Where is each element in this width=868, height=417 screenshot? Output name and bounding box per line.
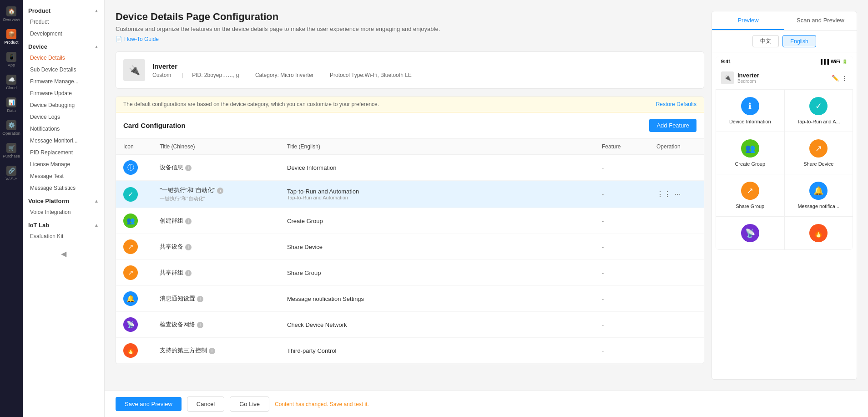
feature-cell[interactable]: ✓ Tap-to-Run and A...	[785, 90, 853, 132]
lang-btn-zh[interactable]: 中文	[752, 35, 779, 47]
sidebar-item-evaluation-kit[interactable]: Evaluation Kit	[23, 230, 104, 242]
nav-label-product: Product	[4, 40, 18, 45]
nav-item-operation[interactable]: ⚙️ Operation	[0, 117, 23, 138]
feature-cell[interactable]: ↗ Share Device	[785, 132, 853, 174]
nav-label-operation: Operation	[2, 131, 20, 136]
sidebar-item-voice-integration[interactable]: Voice Integration	[23, 206, 104, 218]
cell-english-title: Tap-to-Run and Automation Tap-to-Run and…	[280, 181, 595, 208]
sidebar-section-product[interactable]: Product ▲	[23, 4, 104, 16]
cell-operation	[649, 286, 704, 312]
feature-cell[interactable]: 🔔 Message notifica...	[785, 174, 853, 216]
sidebar-item-pid-replacement[interactable]: PID Replacement	[23, 147, 104, 158]
device-card: 🔌 Inverter Custom | PID: 2boyep……, g Cat…	[116, 51, 704, 89]
nav-item-overview[interactable]: 🏠 Overview	[0, 4, 23, 25]
sidebar-section-voice[interactable]: Voice Platform ▲	[23, 194, 104, 206]
cloud-icon: ☁️	[6, 75, 16, 85]
sidebar-item-device-details[interactable]: Device Details	[23, 52, 104, 64]
page-header: Device Details Page Configuration Custom…	[116, 11, 704, 42]
sidebar-item-license-manage[interactable]: License Manage	[23, 158, 104, 170]
lang-btn-en[interactable]: English	[782, 35, 816, 47]
table-row: 🔥 支持的第三方控制i Third-party Control -	[116, 338, 704, 364]
table-header-row: Icon Title (Chinese) Title (English) Fea…	[116, 139, 704, 155]
cell-english-title: Message notification Settings	[280, 286, 595, 312]
save-notice: Content has changed. Save and test it.	[275, 401, 369, 407]
config-section: The default configurations are based on …	[116, 96, 704, 364]
how-to-guide-link[interactable]: 📄 How-To Guide	[116, 36, 704, 42]
cell-feature: -	[595, 260, 649, 286]
restore-defaults-link[interactable]: Restore Defaults	[656, 101, 696, 107]
device-pid: PID: 2boyep……, g	[192, 72, 239, 78]
go-live-button[interactable]: Go Live	[230, 397, 269, 412]
feature-cell[interactable]: ↗ Share Group	[716, 174, 784, 216]
sidebar-section-iot[interactable]: IoT Lab ▲	[23, 218, 104, 230]
cell-english-title: Create Group	[280, 208, 595, 234]
cell-feature: -	[595, 155, 649, 181]
sidebar-item-product[interactable]: Product	[23, 16, 104, 28]
feature-table: Icon Title (Chinese) Title (English) Fea…	[116, 139, 704, 364]
sidebar-item-development[interactable]: Development	[23, 28, 104, 40]
cell-icon: 🔔	[116, 286, 152, 312]
nav-item-data[interactable]: 📊 Data	[0, 95, 23, 116]
table-row: ↗ 共享群组i Share Group -	[116, 260, 704, 286]
save-and-preview-button[interactable]: Save and Preview	[116, 397, 182, 411]
tab-scan-preview[interactable]: Scan and Preview	[784, 11, 857, 30]
feature-cell[interactable]: 👥 Create Group	[716, 132, 784, 174]
notice-text: The default configurations are based on …	[123, 101, 379, 107]
cell-chinese-title: 设备信息i	[152, 155, 280, 181]
nav-label-data: Data	[7, 108, 15, 113]
product-icon: 📦	[6, 29, 16, 39]
device-info: Inverter Custom | PID: 2boyep……, g Categ…	[152, 62, 419, 78]
config-header: Card Configuration Add Feature	[116, 112, 704, 139]
nav-item-cloud[interactable]: ☁️ Cloud	[0, 72, 23, 93]
bottom-bar: Save and Preview Cancel Go Live Content …	[105, 391, 868, 417]
col-title-chinese: Title (Chinese)	[152, 139, 280, 155]
col-title-english: Title (English)	[280, 139, 595, 155]
cell-operation	[649, 338, 704, 364]
cell-chinese-title: 共享设备i	[152, 234, 280, 260]
device-meta: Custom | PID: 2boyep……, g Category: Micr…	[152, 72, 419, 78]
more-icon[interactable]: ⋮	[842, 75, 848, 81]
device-protocol: Protocol Type:Wi-Fi, Bluetooth LE	[330, 72, 412, 78]
sidebar-collapse-icon[interactable]: ◀	[61, 249, 66, 258]
sidebar-section-device[interactable]: Device ▲	[23, 40, 104, 52]
sidebar-item-firmware-manage[interactable]: Firmware Manage...	[23, 76, 104, 87]
operation-icon: ⚙️	[6, 120, 16, 130]
sidebar-item-message-test[interactable]: Message Test	[23, 170, 104, 182]
sidebar-item-message-statistics[interactable]: Message Statistics	[23, 182, 104, 194]
sidebar-item-message-monitoring[interactable]: Message Monitori...	[23, 135, 104, 147]
more-options-icon[interactable]: ···	[675, 190, 681, 198]
cell-english-title: Share Group	[280, 260, 595, 286]
edit-icon[interactable]: ✏️	[832, 75, 839, 81]
wifi-icon: WiFi	[831, 59, 840, 64]
sidebar-item-notifications[interactable]: Notifications	[23, 123, 104, 135]
cell-feature: -	[595, 208, 649, 234]
cell-icon: 🔥	[116, 338, 152, 364]
cell-english-title: Check Device Network	[280, 312, 595, 338]
feature-cell[interactable]: 🔥	[785, 217, 853, 249]
chevron-up-icon-iot: ▲	[94, 223, 99, 228]
cell-chinese-title: 消息通知设置i	[152, 286, 280, 312]
chevron-up-icon: ▲	[94, 8, 99, 13]
sidebar-item-sub-device-details[interactable]: Sub Device Details	[23, 64, 104, 76]
cell-feature: -	[595, 234, 649, 260]
feature-cell[interactable]: ℹ Device Information	[716, 90, 784, 132]
sidebar-item-device-logs[interactable]: Device Logs	[23, 111, 104, 123]
cell-operation: ⋮⋮···	[649, 181, 704, 208]
feature-cell[interactable]: 📡	[716, 217, 784, 249]
nav-item-product[interactable]: 📦 Product	[0, 26, 23, 47]
cancel-button[interactable]: Cancel	[187, 397, 224, 412]
sidebar-item-device-debugging[interactable]: Device Debugging	[23, 99, 104, 111]
add-feature-button[interactable]: Add Feature	[649, 119, 696, 132]
sidebar-item-firmware-update[interactable]: Firmware Update	[23, 87, 104, 99]
nav-item-purchase[interactable]: 🛒 Purchase	[0, 140, 23, 161]
lang-switch: 中文 English	[712, 31, 857, 52]
drag-icon[interactable]: ⋮⋮	[656, 190, 671, 198]
tab-preview[interactable]: Preview	[712, 11, 784, 30]
cell-icon: 👥	[116, 208, 152, 234]
phone-time: 9:41	[721, 59, 731, 64]
vas-icon: 🔗	[6, 166, 16, 176]
nav-item-app[interactable]: 📱 App	[0, 49, 23, 70]
battery-icon: 🔋	[842, 59, 848, 64]
nav-label-cloud: Cloud	[6, 86, 17, 90]
nav-item-vas[interactable]: 🔗 VAS↗	[0, 163, 23, 184]
